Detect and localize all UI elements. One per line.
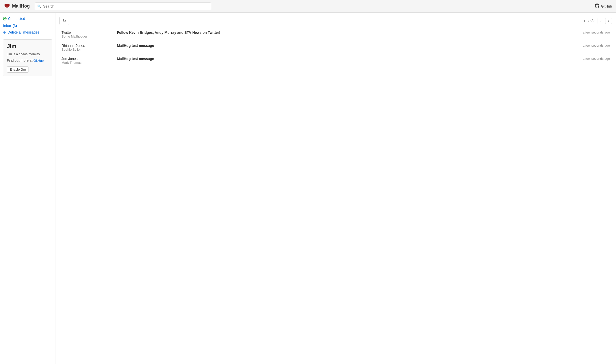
sender-email: Some Mailhogger bbox=[61, 35, 113, 38]
connected-label: Connected bbox=[8, 17, 25, 21]
sidebar: Connected Inbox (3) ⊙ Delete all message… bbox=[0, 13, 55, 364]
svg-point-5 bbox=[6, 6, 7, 6]
jim-title: Jim bbox=[7, 43, 48, 50]
pagination-info: 1-3 of 3 bbox=[583, 19, 595, 23]
main-content: ↻ 1-3 of 3 ‹ › Twitter Some Mailhogger F… bbox=[55, 13, 616, 364]
github-link[interactable]: GitHub bbox=[595, 4, 612, 9]
pig-icon bbox=[4, 3, 10, 10]
message-sender: Twitter Some Mailhogger bbox=[59, 28, 115, 41]
search-bar: 🔍 bbox=[35, 3, 211, 10]
sender-name: Twitter bbox=[61, 31, 113, 35]
sender-email: Mark Thomas bbox=[61, 61, 113, 65]
message-subject: MailHog test message bbox=[115, 54, 567, 67]
jim-panel: Jim Jim is a chaos monkey. Find out more… bbox=[3, 39, 52, 76]
enable-jim-button[interactable]: Enable Jim bbox=[7, 66, 28, 73]
message-subject: MailHog test message bbox=[115, 41, 567, 54]
search-input[interactable] bbox=[35, 3, 211, 10]
refresh-icon: ↻ bbox=[63, 19, 66, 23]
table-row[interactable]: Rhianna Jones Sophie Stiller MailHog tes… bbox=[59, 41, 612, 54]
sidebar-inbox-link[interactable]: Inbox (3) bbox=[3, 24, 52, 28]
connected-status: Connected bbox=[3, 17, 52, 21]
pagination-nav: ‹ › bbox=[598, 18, 612, 24]
delete-all-button[interactable]: ⊙ Delete all messages bbox=[3, 30, 52, 34]
jim-find-out-text: Find out more at bbox=[7, 58, 33, 63]
svg-point-1 bbox=[5, 4, 6, 6]
layout: Connected Inbox (3) ⊙ Delete all message… bbox=[0, 13, 616, 364]
prev-icon: ‹ bbox=[600, 19, 602, 23]
delete-label: Delete all messages bbox=[8, 30, 39, 34]
github-label: GitHub bbox=[601, 4, 612, 8]
message-time: a few seconds ago bbox=[567, 41, 612, 54]
message-time: a few seconds ago bbox=[567, 28, 612, 41]
message-sender: Rhianna Jones Sophie Stiller bbox=[59, 41, 115, 54]
app-title: MailHog bbox=[12, 4, 30, 9]
table-row[interactable]: Joe Jones Mark Thomas MailHog test messa… bbox=[59, 54, 612, 67]
github-icon bbox=[595, 4, 599, 9]
sender-name: Rhianna Jones bbox=[61, 44, 113, 48]
jim-find-out: Find out more at GitHub . bbox=[7, 58, 48, 64]
table-row[interactable]: Twitter Some Mailhogger Follow Kevin Bri… bbox=[59, 28, 612, 41]
app-logo: MailHog bbox=[4, 3, 30, 10]
toolbar: ↻ 1-3 of 3 ‹ › bbox=[59, 17, 612, 25]
svg-point-6 bbox=[7, 6, 8, 6]
message-subject: Follow Kevin Bridges, Andy Murray and ST… bbox=[115, 28, 567, 41]
svg-point-2 bbox=[8, 4, 10, 6]
delete-icon: ⊙ bbox=[3, 30, 6, 34]
refresh-button[interactable]: ↻ bbox=[59, 17, 69, 25]
message-time: a few seconds ago bbox=[567, 54, 612, 67]
jim-description: Jim is a chaos monkey. bbox=[7, 52, 48, 57]
search-icon: 🔍 bbox=[37, 4, 41, 8]
inbox-label: Inbox (3) bbox=[3, 24, 17, 28]
message-list: Twitter Some Mailhogger Follow Kevin Bri… bbox=[59, 28, 612, 67]
jim-github-link[interactable]: GitHub bbox=[34, 59, 45, 63]
message-sender: Joe Jones Mark Thomas bbox=[59, 54, 115, 67]
next-icon: › bbox=[608, 19, 609, 23]
header: MailHog 🔍 GitHub bbox=[0, 0, 616, 13]
next-page-button[interactable]: › bbox=[605, 18, 612, 24]
connected-icon bbox=[3, 17, 7, 20]
sender-email: Sophie Stiller bbox=[61, 48, 113, 51]
sender-name: Joe Jones bbox=[61, 57, 113, 61]
prev-page-button[interactable]: ‹ bbox=[598, 18, 604, 24]
